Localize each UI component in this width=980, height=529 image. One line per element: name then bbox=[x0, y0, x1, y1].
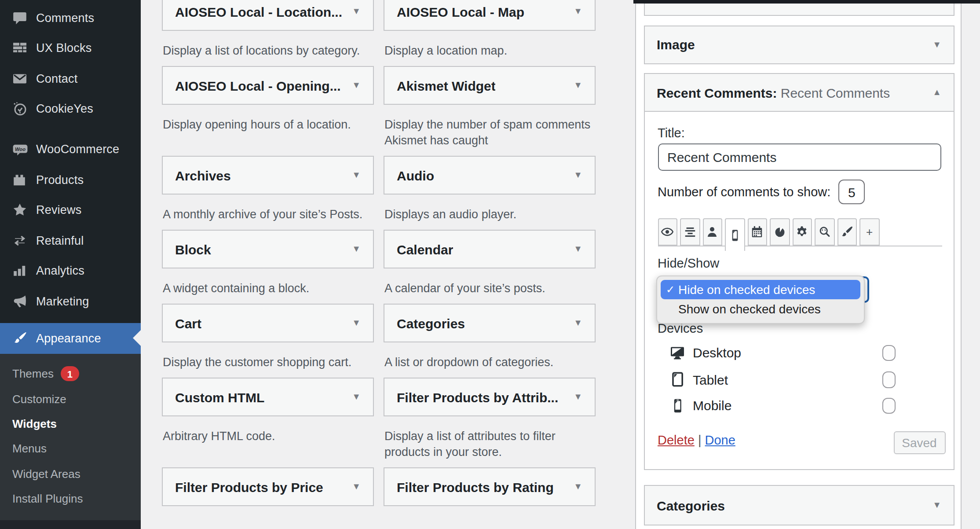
sidebar-item-label: Products bbox=[36, 173, 84, 187]
chevron-down-icon: ▼ bbox=[352, 393, 361, 401]
chevron-down-icon: ▼ bbox=[352, 482, 361, 491]
sidebar-item-woocommerce[interactable]: Woo WooCommerce bbox=[0, 134, 141, 165]
chevron-down-icon: ▼ bbox=[574, 319, 582, 327]
tab-devices[interactable] bbox=[725, 218, 745, 251]
delete-link[interactable]: Delete bbox=[658, 433, 695, 447]
comment-count-input[interactable] bbox=[838, 180, 865, 204]
chevron-down-icon: ▼ bbox=[574, 245, 582, 253]
sidebar-item-label: Analytics bbox=[36, 264, 84, 278]
sidebar-item-label: Appearance bbox=[36, 331, 101, 345]
brush-icon bbox=[841, 225, 854, 239]
widget-card-audio[interactable]: Audio ▼ bbox=[384, 156, 596, 195]
widget-card-cart[interactable]: Cart ▼ bbox=[162, 304, 374, 342]
tab-visibility[interactable] bbox=[658, 218, 677, 246]
panel-card-recent-comments-header[interactable]: Recent Comments: Recent Comments ▲ bbox=[644, 73, 954, 112]
comment-count-label: Number of comments to show: bbox=[658, 185, 830, 199]
menu-separator bbox=[0, 124, 141, 134]
widget-card-filter-rating[interactable]: Filter Products by Rating ▼ bbox=[384, 467, 596, 506]
widget-actions: Delete | Done bbox=[658, 433, 735, 447]
widget-cell: Categories ▼ A list or dropdown of categ… bbox=[384, 304, 596, 371]
dropdown-option-hide[interactable]: ✓ Hide on checked devices bbox=[661, 279, 860, 299]
sidebar-item-comments[interactable]: Comments bbox=[0, 3, 141, 33]
chevron-down-icon: ▼ bbox=[352, 81, 361, 90]
widget-title-input[interactable] bbox=[658, 143, 941, 171]
widget-description: Display the number of spam comments Akis… bbox=[384, 117, 595, 149]
submenu-item-menus[interactable]: Menus bbox=[0, 436, 141, 461]
loop-arrows-icon bbox=[11, 233, 28, 249]
widget-card-aioseo-opening[interactable]: AIOSEO Local - Opening... ▼ bbox=[162, 66, 374, 105]
saved-button[interactable]: Saved bbox=[893, 431, 945, 454]
widget-card-filter-attribute[interactable]: Filter Products by Attrib... ▼ bbox=[384, 378, 596, 416]
dropdown-option-show[interactable]: Show on checked devices bbox=[661, 299, 860, 319]
sidebar-item-label: WooCommerce bbox=[36, 143, 119, 156]
sidebar-item-appearance[interactable]: Appearance bbox=[0, 323, 141, 353]
separator: | bbox=[698, 433, 702, 447]
submenu-item-widgets[interactable]: Widgets bbox=[0, 411, 141, 437]
current-menu-arrow bbox=[133, 330, 141, 346]
tab-user[interactable] bbox=[702, 218, 722, 246]
widget-cell: Audio ▼ Displays an audio player. bbox=[384, 156, 596, 223]
chevron-up-icon: ▲ bbox=[932, 88, 941, 97]
submenu-item-themes[interactable]: Themes 1 bbox=[0, 361, 141, 386]
sidebar-item-ux-blocks[interactable]: UX Blocks bbox=[0, 33, 141, 63]
paintbrush-icon bbox=[11, 330, 28, 346]
tab-schedule[interactable] bbox=[747, 218, 767, 246]
comments-icon bbox=[11, 10, 28, 26]
tablet-checkbox[interactable] bbox=[882, 371, 896, 388]
hide-show-dropdown: ✓ Hide on checked devices Show on checke… bbox=[656, 275, 865, 323]
desktop-checkbox[interactable] bbox=[882, 345, 896, 361]
tab-zoom[interactable] bbox=[815, 218, 834, 246]
sidebar-item-yith[interactable]: YITH bbox=[0, 520, 141, 529]
widget-cell: Block ▼ A widget containing a block. bbox=[162, 230, 374, 297]
mobile-checkbox[interactable] bbox=[882, 397, 896, 414]
widget-card-block[interactable]: Block ▼ bbox=[162, 230, 374, 268]
widget-description: Display a list of attributes to filter p… bbox=[384, 429, 595, 460]
tab-text-align[interactable] bbox=[680, 218, 700, 246]
sidebar-item-reviews[interactable]: Reviews bbox=[0, 195, 141, 225]
tablet-icon bbox=[669, 371, 685, 387]
widget-cell: AIOSEO Local - Location... ▼ Display a l… bbox=[162, 0, 374, 59]
megaphone-icon bbox=[11, 294, 28, 309]
chevron-down-icon: ▼ bbox=[352, 171, 361, 180]
widget-card-aioseo-map[interactable]: AIOSEO Local - Map ▼ bbox=[384, 0, 596, 31]
mobile-icon bbox=[728, 228, 742, 242]
panel-card-image[interactable]: Image ▼ bbox=[644, 25, 954, 64]
tab-add[interactable]: + bbox=[859, 218, 879, 246]
tab-settings[interactable] bbox=[792, 218, 812, 246]
tab-brush[interactable] bbox=[837, 218, 857, 246]
widget-description: Displays an audio player. bbox=[384, 207, 595, 223]
widget-card-calendar[interactable]: Calendar ▼ bbox=[384, 230, 596, 268]
sidebar-item-label: Reviews bbox=[36, 204, 81, 217]
widget-description: A list or dropdown of categories. bbox=[384, 355, 595, 371]
sidebar-item-cookieyes[interactable]: CookieYes bbox=[0, 94, 141, 124]
eye-icon bbox=[661, 225, 674, 239]
admin-menu: Comments UX Blocks Contact CookieYes bbox=[0, 0, 141, 529]
sidebar-item-products[interactable]: Products bbox=[0, 165, 141, 195]
widget-card-archives[interactable]: Archives ▼ bbox=[162, 156, 374, 195]
submenu-item-customize[interactable]: Customize bbox=[0, 386, 141, 411]
sidebar-item-marketing[interactable]: Marketing bbox=[0, 286, 141, 316]
device-row-tablet: Tablet bbox=[669, 366, 728, 393]
widget-card-akismet[interactable]: Akismet Widget ▼ bbox=[384, 66, 596, 105]
widget-description: A widget containing a block. bbox=[163, 281, 373, 297]
widget-description: A monthly archive of your site’s Posts. bbox=[163, 207, 373, 223]
cookie-icon bbox=[11, 101, 28, 117]
sidebar-item-label: Comments bbox=[36, 11, 94, 25]
sidebar-item-analytics[interactable]: Analytics bbox=[0, 256, 141, 286]
chevron-down-icon: ▼ bbox=[352, 245, 361, 253]
panel-card-categories[interactable]: Categories ▼ bbox=[644, 485, 954, 525]
submenu-item-widget-areas[interactable]: Widget Areas bbox=[0, 461, 141, 486]
sidebar-item-contact[interactable]: Contact bbox=[0, 63, 141, 94]
widget-cell: AIOSEO Local - Map ▼ Display a location … bbox=[384, 0, 596, 59]
widget-card-custom-html[interactable]: Custom HTML ▼ bbox=[162, 378, 374, 416]
widget-card-categories[interactable]: Categories ▼ bbox=[384, 304, 596, 342]
submenu-item-install-plugins[interactable]: Install Plugins bbox=[0, 486, 141, 511]
chevron-down-icon: ▼ bbox=[352, 7, 361, 16]
chevron-down-icon: ▼ bbox=[574, 81, 582, 90]
widget-card-aioseo-location[interactable]: AIOSEO Local - Location... ▼ bbox=[162, 0, 374, 31]
done-link[interactable]: Done bbox=[705, 433, 735, 447]
widget-card-filter-price[interactable]: Filter Products by Price ▼ bbox=[162, 467, 374, 506]
tab-style[interactable] bbox=[770, 218, 790, 246]
top-dark-strip bbox=[633, 0, 980, 3]
sidebar-item-retainful[interactable]: Retainful bbox=[0, 225, 141, 256]
